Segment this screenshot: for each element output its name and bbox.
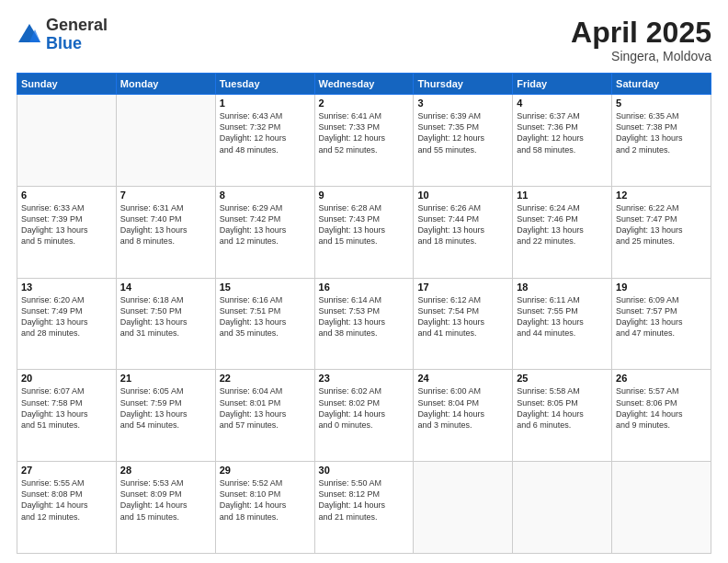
day-info: Sunrise: 6:41 AM Sunset: 7:33 PM Dayligh… [319,110,410,155]
col-tuesday: Tuesday [215,74,314,95]
day-info: Sunrise: 6:04 AM Sunset: 8:01 PM Dayligh… [220,385,311,431]
day-info: Sunrise: 6:07 AM Sunset: 7:58 PM Dayligh… [21,385,112,431]
col-monday: Monday [116,74,215,95]
table-row: 13Sunrise: 6:20 AM Sunset: 7:49 PM Dayli… [17,278,117,370]
page: General Blue April 2025 Singera, Moldova… [0,0,728,563]
day-info: Sunrise: 6:18 AM Sunset: 7:50 PM Dayligh… [120,294,211,339]
table-row: 6Sunrise: 6:33 AM Sunset: 7:39 PM Daylig… [17,186,117,278]
logo-general-label: General [46,17,108,35]
day-number: 4 [517,98,608,109]
col-friday: Friday [513,74,612,95]
month-title: April 2025 [571,17,711,49]
day-number: 25 [517,373,608,384]
day-number: 1 [220,98,311,109]
day-info: Sunrise: 6:35 AM Sunset: 7:38 PM Dayligh… [616,110,707,155]
table-row: 16Sunrise: 6:14 AM Sunset: 7:53 PM Dayli… [314,278,414,370]
table-row: 1Sunrise: 6:43 AM Sunset: 7:32 PM Daylig… [215,95,314,187]
day-number: 27 [21,465,112,476]
day-number: 21 [120,373,211,384]
day-number: 30 [319,465,410,476]
table-row: 22Sunrise: 6:04 AM Sunset: 8:01 PM Dayli… [215,370,314,462]
day-info: Sunrise: 6:09 AM Sunset: 7:57 PM Dayligh… [616,294,707,339]
day-info: Sunrise: 5:57 AM Sunset: 8:06 PM Dayligh… [616,385,707,431]
logo-icon [17,22,42,48]
day-number: 15 [220,282,311,293]
day-info: Sunrise: 6:14 AM Sunset: 7:53 PM Dayligh… [319,294,410,339]
day-number: 8 [220,190,311,201]
day-info: Sunrise: 6:24 AM Sunset: 7:46 PM Dayligh… [517,202,608,247]
day-info: Sunrise: 6:05 AM Sunset: 7:59 PM Dayligh… [120,385,211,431]
day-number: 19 [616,282,707,293]
day-number: 6 [21,190,112,201]
day-info: Sunrise: 6:16 AM Sunset: 7:51 PM Dayligh… [220,294,311,339]
day-info: Sunrise: 6:39 AM Sunset: 7:35 PM Dayligh… [417,110,508,155]
table-row: 2Sunrise: 6:41 AM Sunset: 7:33 PM Daylig… [314,95,414,187]
table-row [116,95,215,187]
day-number: 24 [417,373,508,384]
table-row: 24Sunrise: 6:00 AM Sunset: 8:04 PM Dayli… [414,370,513,462]
calendar-table: Sunday Monday Tuesday Wednesday Thursday… [17,73,711,554]
calendar-week-row: 6Sunrise: 6:33 AM Sunset: 7:39 PM Daylig… [17,186,711,278]
day-info: Sunrise: 6:20 AM Sunset: 7:49 PM Dayligh… [21,294,112,339]
day-info: Sunrise: 5:55 AM Sunset: 8:08 PM Dayligh… [21,477,112,523]
day-info: Sunrise: 6:43 AM Sunset: 7:32 PM Dayligh… [220,110,311,155]
calendar-header-row: Sunday Monday Tuesday Wednesday Thursday… [17,74,711,95]
col-wednesday: Wednesday [314,74,414,95]
day-number: 20 [21,373,112,384]
day-info: Sunrise: 6:28 AM Sunset: 7:43 PM Dayligh… [319,202,410,247]
day-number: 18 [517,282,608,293]
day-number: 7 [120,190,211,201]
table-row [612,462,711,554]
calendar-week-row: 27Sunrise: 5:55 AM Sunset: 8:08 PM Dayli… [17,462,711,554]
table-row [17,95,117,187]
table-row: 26Sunrise: 5:57 AM Sunset: 8:06 PM Dayli… [612,370,711,462]
calendar-week-row: 13Sunrise: 6:20 AM Sunset: 7:49 PM Dayli… [17,278,711,370]
table-row: 20Sunrise: 6:07 AM Sunset: 7:58 PM Dayli… [17,370,117,462]
day-info: Sunrise: 5:53 AM Sunset: 8:09 PM Dayligh… [120,477,211,523]
day-number: 3 [417,98,508,109]
day-info: Sunrise: 6:29 AM Sunset: 7:42 PM Dayligh… [220,202,311,247]
day-info: Sunrise: 6:37 AM Sunset: 7:36 PM Dayligh… [517,110,608,155]
day-number: 16 [319,282,410,293]
logo: General Blue [17,17,108,53]
calendar-week-row: 20Sunrise: 6:07 AM Sunset: 7:58 PM Dayli… [17,370,711,462]
day-number: 28 [120,465,211,476]
table-row: 14Sunrise: 6:18 AM Sunset: 7:50 PM Dayli… [116,278,215,370]
day-info: Sunrise: 6:26 AM Sunset: 7:44 PM Dayligh… [417,202,508,247]
table-row: 11Sunrise: 6:24 AM Sunset: 7:46 PM Dayli… [513,186,612,278]
table-row: 8Sunrise: 6:29 AM Sunset: 7:42 PM Daylig… [215,186,314,278]
day-number: 13 [21,282,112,293]
table-row: 28Sunrise: 5:53 AM Sunset: 8:09 PM Dayli… [116,462,215,554]
table-row: 17Sunrise: 6:12 AM Sunset: 7:54 PM Dayli… [414,278,513,370]
table-row: 15Sunrise: 6:16 AM Sunset: 7:51 PM Dayli… [215,278,314,370]
table-row: 23Sunrise: 6:02 AM Sunset: 8:02 PM Dayli… [314,370,414,462]
col-thursday: Thursday [414,74,513,95]
logo-text: General Blue [46,17,108,53]
day-number: 2 [319,98,410,109]
day-number: 11 [517,190,608,201]
col-sunday: Sunday [17,74,117,95]
day-number: 26 [616,373,707,384]
day-number: 5 [616,98,707,109]
location-subtitle: Singera, Moldova [571,49,711,63]
day-number: 14 [120,282,211,293]
day-info: Sunrise: 5:58 AM Sunset: 8:05 PM Dayligh… [517,385,608,431]
title-block: April 2025 Singera, Moldova [571,17,711,63]
day-info: Sunrise: 6:11 AM Sunset: 7:55 PM Dayligh… [517,294,608,339]
table-row: 12Sunrise: 6:22 AM Sunset: 7:47 PM Dayli… [612,186,711,278]
table-row: 5Sunrise: 6:35 AM Sunset: 7:38 PM Daylig… [612,95,711,187]
day-info: Sunrise: 6:00 AM Sunset: 8:04 PM Dayligh… [417,385,508,431]
day-number: 23 [319,373,410,384]
logo-blue-label: Blue [46,35,108,53]
table-row: 3Sunrise: 6:39 AM Sunset: 7:35 PM Daylig… [414,95,513,187]
day-number: 29 [220,465,311,476]
table-row: 25Sunrise: 5:58 AM Sunset: 8:05 PM Dayli… [513,370,612,462]
table-row: 30Sunrise: 5:50 AM Sunset: 8:12 PM Dayli… [314,462,414,554]
day-info: Sunrise: 6:12 AM Sunset: 7:54 PM Dayligh… [417,294,508,339]
day-number: 9 [319,190,410,201]
day-number: 17 [417,282,508,293]
col-saturday: Saturday [612,74,711,95]
table-row [414,462,513,554]
table-row [513,462,612,554]
table-row: 7Sunrise: 6:31 AM Sunset: 7:40 PM Daylig… [116,186,215,278]
